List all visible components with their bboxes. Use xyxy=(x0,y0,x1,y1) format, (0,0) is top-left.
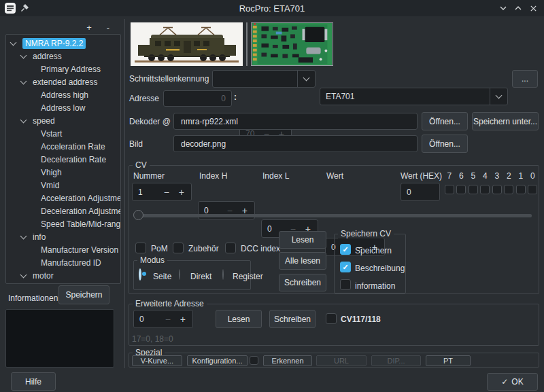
tree-item-manufactured-id[interactable]: Manufactured ID xyxy=(6,256,120,269)
expander-icon[interactable] xyxy=(20,272,27,279)
bild-open-button[interactable]: Öffnen... xyxy=(422,135,468,153)
url-button: URL xyxy=(316,355,367,366)
tree-item-speed[interactable]: speed xyxy=(6,114,120,127)
window-title: RocPro: ETA701 xyxy=(0,3,544,14)
app-icon xyxy=(4,2,16,14)
extended-address-title: Erweiterte Adresse xyxy=(133,299,207,308)
beschreibung-checkbox[interactable]: ✓ xyxy=(340,262,351,272)
bit-labels: 76543210 xyxy=(443,171,539,181)
tree-add-button[interactable]: + xyxy=(83,21,95,33)
tree-item-vmid[interactable]: Vmid xyxy=(6,179,120,192)
locomotive-image xyxy=(131,22,243,66)
cv-value-slider[interactable] xyxy=(133,208,534,223)
expander-icon[interactable] xyxy=(20,117,27,124)
tree-item-manufacturer-version[interactable]: Manufacturer Version xyxy=(6,243,120,256)
chevron-down-icon xyxy=(496,92,503,99)
zubehoer-checkbox[interactable] xyxy=(173,243,184,253)
cv-wert-hex-field[interactable]: 0 xyxy=(401,183,440,201)
konfiguration-checkbox[interactable] xyxy=(250,356,258,365)
more-button[interactable]: ... xyxy=(512,70,538,88)
bild-file-input[interactable]: decoder.png xyxy=(173,135,418,152)
tree-item-extended-address[interactable]: extended address xyxy=(6,75,120,88)
tree-item-address[interactable]: address xyxy=(6,50,120,63)
tree-item-acceleration-adjustment[interactable]: Acceleration Adjustme xyxy=(6,192,120,204)
dcc-index-checkbox[interactable] xyxy=(225,243,236,253)
tree-item-motor[interactable]: motor xyxy=(6,269,120,282)
cv-bit-6-checkbox[interactable] xyxy=(456,185,466,194)
expander-icon[interactable] xyxy=(10,39,17,46)
cv-bit-7-checkbox[interactable] xyxy=(445,185,454,194)
slider-handle[interactable] xyxy=(133,210,143,220)
extended-write-button[interactable]: Schreiben xyxy=(269,310,316,328)
pt-button[interactable]: PT xyxy=(426,355,471,366)
cv-read-all-button[interactable]: Alle lesen xyxy=(279,252,326,270)
cv-nummer-spinner[interactable]: 1 − + xyxy=(132,183,192,201)
modus-register-radio[interactable] xyxy=(222,269,224,280)
check-icon: ✓ xyxy=(501,377,508,387)
tree-item-vstart[interactable]: Vstart xyxy=(6,127,120,140)
modus-seite-radio[interactable] xyxy=(139,268,141,281)
tree-item-primary-address[interactable]: Primary Address xyxy=(6,63,120,75)
interface-combobox[interactable] xyxy=(212,70,316,88)
cv-bit-1-checkbox[interactable] xyxy=(516,185,526,194)
spin-plus[interactable]: + xyxy=(179,187,184,198)
dropdown-arrow-zone[interactable] xyxy=(297,71,315,87)
extended-read-button[interactable]: Lesen xyxy=(216,310,262,328)
minimize-button[interactable] xyxy=(498,3,509,14)
dekoder-save-as-button[interactable]: Speichern unter... xyxy=(472,112,539,130)
expander-icon[interactable] xyxy=(20,78,27,85)
beschreibung-label: Beschreibung xyxy=(355,264,405,273)
spin-minus[interactable]: − xyxy=(164,187,169,198)
help-button[interactable]: Hilfe xyxy=(11,372,56,391)
dekoder-file-input[interactable]: nmra-rp922.xml xyxy=(173,113,418,130)
cv-read-button[interactable]: Lesen xyxy=(279,231,326,249)
information-checkbox[interactable] xyxy=(340,279,351,290)
pom-checkbox[interactable] xyxy=(135,243,146,253)
bit-checkboxes xyxy=(443,185,539,194)
expander-icon[interactable] xyxy=(20,233,27,240)
tree-item-deceleration-rate[interactable]: Deceleration Rate xyxy=(6,153,120,166)
erkennen-button[interactable]: Erkennen xyxy=(263,355,312,366)
tree-item-nmra-rp-9-2-2[interactable]: NMRA RP-9.2.2 xyxy=(6,37,120,50)
dropdown-arrow-zone[interactable] xyxy=(490,88,507,105)
cv-bit-4-checkbox[interactable] xyxy=(480,185,490,194)
cv-bit-0-checkbox[interactable] xyxy=(528,185,537,194)
cv-group-title: CV xyxy=(133,160,150,170)
panel-splitter[interactable] xyxy=(124,19,125,368)
decoder-image xyxy=(251,22,333,66)
decoder-combobox[interactable]: ETA701 xyxy=(320,88,508,105)
info-save-button[interactable]: Speichern xyxy=(58,285,109,304)
expander-icon[interactable] xyxy=(20,52,27,59)
tree-item-deceleration-adjustment[interactable]: Deceleration Adjustme xyxy=(6,204,120,217)
tree-remove-button[interactable]: - xyxy=(102,21,114,33)
pin-icon[interactable] xyxy=(20,3,29,12)
slider-track[interactable] xyxy=(135,214,532,217)
cv117-118-checkbox[interactable] xyxy=(326,313,337,324)
tree-item-vhigh[interactable]: Vhigh xyxy=(6,166,120,179)
extended-status-text: 17=0, 18=0 xyxy=(132,334,173,344)
spin-plus[interactable]: + xyxy=(180,314,186,325)
konfiguration-button[interactable]: Konfiguration... xyxy=(187,355,248,366)
cv-bit-2-checkbox[interactable] xyxy=(504,185,513,194)
dip-button: DIP... xyxy=(371,355,421,366)
tree-item-address-low[interactable]: Address low xyxy=(6,101,120,114)
tree-item-info[interactable]: info xyxy=(6,230,120,243)
tree-item-speed-table[interactable]: Speed Table/Mid-rang xyxy=(6,217,120,230)
modus-direkt-radio[interactable] xyxy=(179,269,180,280)
wert-hex-label: Wert (HEX) xyxy=(401,171,442,181)
speichern-checkbox[interactable]: ✓ xyxy=(340,244,351,255)
extended-address-spinner[interactable]: 0 − + xyxy=(133,310,193,328)
informationen-textarea[interactable] xyxy=(5,309,114,368)
dekoder-open-button[interactable]: Öffnen... xyxy=(422,112,468,130)
ok-button[interactable]: ✓ OK xyxy=(487,373,538,391)
v-kurve-button[interactable]: V-Kurve... xyxy=(132,355,182,366)
tree-item-address-high[interactable]: Address high xyxy=(6,88,120,101)
cv-bit-3-checkbox[interactable] xyxy=(492,185,502,194)
maximize-button[interactable] xyxy=(513,3,524,14)
tree-item-acceleration-rate[interactable]: Acceleration Rate xyxy=(6,140,120,153)
pom-label: PoM xyxy=(151,244,168,253)
chevron-down-icon xyxy=(499,4,507,12)
cv-write-button[interactable]: Schreiben xyxy=(279,274,326,291)
close-button[interactable] xyxy=(528,3,539,14)
cv-bit-5-checkbox[interactable] xyxy=(469,185,478,194)
